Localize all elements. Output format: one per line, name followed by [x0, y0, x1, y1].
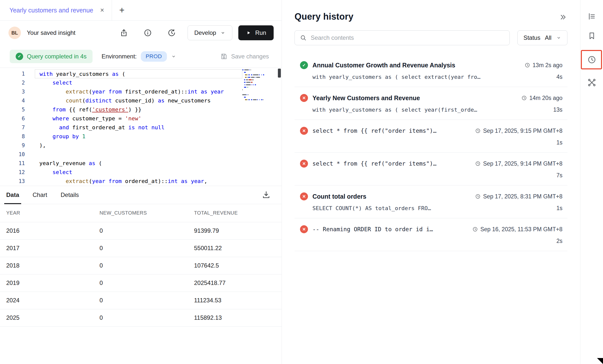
cursor-artifact [597, 358, 603, 364]
table-row[interactable]: 2024 0 111234.53 [0, 292, 282, 309]
query-history-icon[interactable] [587, 55, 597, 64]
query-history-item[interactable]: select * from {{ ref("order_items")… Sep… [295, 153, 567, 185]
table-row[interactable]: 2019 0 2025418.77 [0, 274, 282, 292]
code-line[interactable]: 1 with yearly_customers as ( [0, 69, 282, 78]
lineage-icon[interactable] [587, 78, 597, 87]
line-number: 6 [0, 114, 25, 123]
query-time: Sep 17, 2025, 9:14 PM GMT+8 [475, 160, 562, 167]
code-line[interactable]: 13 extract(year from ordered_at)::int as… [0, 177, 282, 186]
cell-total-revenue: 2025418.77 [194, 274, 282, 292]
close-icon[interactable] [100, 7, 104, 14]
tab-data[interactable]: Data [6, 186, 19, 204]
results-section: Data Chart Details YEAR NEW_CUSTOMERS TO… [0, 186, 282, 327]
table-row[interactable]: 2018 0 107642.5 [0, 257, 282, 274]
query-history-item[interactable]: Annual Customer Growth and Revenue Analy… [295, 54, 567, 87]
table-row[interactable]: 2025 0 115892.13 [0, 309, 282, 326]
bookmark-icon[interactable] [587, 31, 597, 41]
save-changes-button[interactable]: Save changes [220, 53, 269, 60]
cell-total-revenue: 107642.5 [194, 257, 282, 274]
editor-scrollbar[interactable] [278, 69, 281, 78]
download-icon[interactable] [262, 190, 271, 200]
share-icon[interactable] [119, 28, 128, 37]
cell-total-revenue: 550011.22 [194, 239, 282, 257]
environment-selector[interactable]: Environment: PROD [101, 51, 176, 62]
query-time-text: Sep 17, 2025, 8:31 PM GMT+8 [483, 193, 562, 200]
query-history-item[interactable]: Count total orders Sep 17, 2025, 8:31 PM… [295, 185, 567, 218]
code-lines: 1 with yearly_customers as ( 2 select 3 … [0, 69, 282, 186]
code-line[interactable]: 12 select [0, 168, 282, 177]
query-duration: 2s [556, 238, 562, 244]
code-text: extract(year from first_ordered_at)::int… [35, 87, 242, 96]
line-number: 7 [0, 123, 25, 132]
tab-details[interactable]: Details [61, 186, 79, 204]
query-time-text: 14m 20s ago [529, 95, 562, 101]
code-line[interactable]: 9 ), [0, 141, 282, 150]
query-history-item[interactable]: -- Renaming ORDER_ID to order_id i… Sep … [295, 218, 567, 251]
query-time-text: Sep 17, 2025, 9:15 PM GMT+8 [483, 128, 562, 134]
cell-year: 2018 [0, 257, 100, 274]
code-text: group by 1 [35, 132, 242, 141]
table-row[interactable]: 2017 0 550011.22 [0, 239, 282, 257]
tab-chart[interactable]: Chart [33, 186, 47, 204]
chevron-down-icon [171, 54, 176, 59]
clock-icon [525, 62, 530, 68]
tab-yearly-customers-and-revenue[interactable]: Yearly customers and revenue [0, 0, 112, 20]
version-history-icon[interactable] [167, 28, 176, 37]
query-duration: 13s [553, 106, 562, 113]
cell-total-revenue: 115892.13 [194, 309, 282, 326]
table-row[interactable]: 2016 0 91399.79 [0, 222, 282, 239]
code-text: ), [35, 141, 242, 150]
query-history-item[interactable]: Yearly New Customers and Revenue 14m 20s… [295, 87, 567, 120]
editor-minimap[interactable] [242, 69, 266, 102]
search-input[interactable] [311, 34, 504, 41]
query-history-panel: Query history Status All Annual Customer… [282, 0, 580, 364]
code-text: from {{ ref('customers') }} [35, 105, 242, 114]
new-tab-icon[interactable] [119, 0, 125, 20]
error-icon [300, 127, 308, 135]
code-line[interactable]: 6 where customer_type = 'new' [0, 114, 282, 123]
error-icon [300, 225, 308, 233]
query-title: Annual Customer Growth and Revenue Analy… [312, 62, 520, 69]
avatar: BL [8, 27, 21, 39]
success-icon [300, 61, 308, 69]
collapse-panel-icon[interactable] [558, 13, 567, 22]
code-line[interactable]: 8 group by 1 [0, 132, 282, 141]
code-line[interactable]: 3 extract(year from first_ordered_at)::i… [0, 87, 282, 96]
success-icon [16, 53, 23, 60]
query-duration: 4s [556, 74, 562, 80]
develop-button[interactable]: Develop [188, 25, 232, 40]
header-actions [119, 28, 176, 37]
error-icon [300, 94, 308, 102]
query-title: select * from {{ ref("order_items")… [312, 128, 471, 134]
status-bar: Query completed in 4s Environment: PROD … [0, 45, 282, 68]
query-time-text: Sep 16, 2025, 11:53 PM GMT+8 [480, 226, 562, 233]
code-text: extract(year from ordered_at)::int as ye… [35, 177, 242, 186]
cell-year: 2019 [0, 274, 100, 292]
outline-icon[interactable] [587, 12, 597, 21]
app-window: Yearly customers and revenue BL Your sav… [0, 0, 603, 364]
play-icon [246, 30, 251, 36]
code-text: where customer_type = 'new' [35, 114, 242, 123]
code-line[interactable]: 10 [0, 150, 282, 159]
cell-year: 2024 [0, 292, 100, 309]
query-time: Sep 16, 2025, 11:53 PM GMT+8 [472, 226, 562, 233]
code-line[interactable]: 7 and first_ordered_at is not null [0, 123, 282, 132]
panel-title: Query history [295, 11, 353, 22]
code-line[interactable]: 5 from {{ ref('customers') }} [0, 105, 282, 114]
line-number: 9 [0, 141, 25, 150]
sql-code-editor[interactable]: 1 with yearly_customers as ( 2 select 3 … [0, 68, 282, 186]
query-history-item[interactable]: select * from {{ ref("order_items")… Sep… [295, 120, 567, 153]
code-text: select [35, 78, 242, 87]
info-icon[interactable] [143, 28, 152, 37]
code-line[interactable]: 11 yearly_revenue as ( [0, 159, 282, 168]
cell-total-revenue: 111234.53 [194, 292, 282, 309]
query-time: Sep 17, 2025, 8:31 PM GMT+8 [475, 193, 562, 200]
line-number: 1 [0, 69, 25, 78]
run-button[interactable]: Run [238, 25, 274, 40]
status-filter-dropdown[interactable]: Status All [517, 30, 567, 45]
code-line[interactable]: 2 select [0, 78, 282, 87]
query-title: -- Renaming ORDER_ID to order_id i… [312, 226, 468, 232]
search-box [295, 30, 510, 45]
code-line[interactable]: 4 count(distinct customer_id) as new_cus… [0, 96, 282, 105]
chevron-down-icon [556, 35, 561, 41]
